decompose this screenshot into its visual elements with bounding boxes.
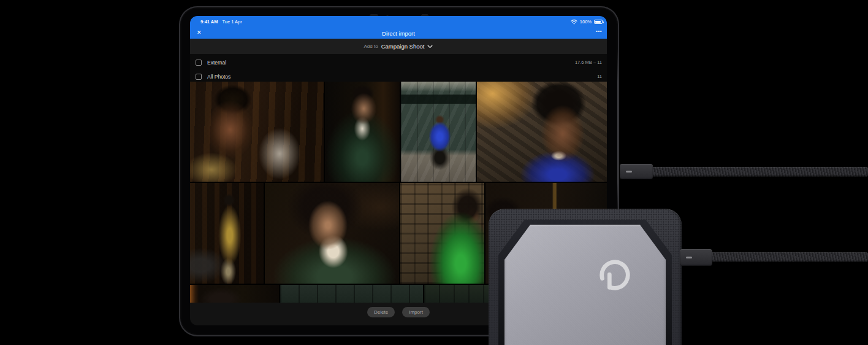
- source-meta: 11: [597, 74, 602, 79]
- drive-plate: [504, 225, 666, 345]
- chevron-down-icon[interactable]: [427, 45, 433, 48]
- all-photos-checkbox[interactable]: [196, 74, 202, 80]
- status-bar: 9:41 AM Tue 1 Apr 100%: [190, 16, 607, 28]
- photo-thumbnail-closeup-turtleneck[interactable]: [265, 183, 399, 284]
- add-to-label: Add to: [364, 44, 378, 49]
- source-row-external[interactable]: External 17.6 MB – 11: [190, 55, 607, 69]
- connector-logo: [626, 171, 632, 172]
- connector-logo: [686, 257, 692, 258]
- photo-thumbnail-partial-row3-1[interactable]: [190, 285, 279, 303]
- more-options-icon[interactable]: •••: [596, 28, 602, 34]
- source-meta: 17.6 MB – 11: [575, 60, 602, 65]
- photo-thumbnail-green-sweater-stone[interactable]: [400, 183, 484, 284]
- battery-percent: 100%: [580, 19, 592, 25]
- photo-thumbnail-blue-hoodie-garage[interactable]: [401, 82, 476, 182]
- import-button[interactable]: Import: [402, 307, 430, 317]
- status-time: 9:41 AM: [200, 19, 218, 25]
- page-title: Direct import: [190, 30, 607, 37]
- wifi-icon: [571, 19, 577, 25]
- photo-thumbnail-portrait-two-men-wood-room[interactable]: [190, 82, 324, 182]
- usb-cable-drive: [711, 252, 868, 262]
- external-checkbox[interactable]: [196, 60, 202, 66]
- status-date: Tue 1 Apr: [222, 19, 242, 25]
- photo-thumbnail-mustard-jacket-standing[interactable]: [190, 183, 264, 284]
- g-drive-logo-icon: [597, 257, 633, 293]
- source-label: External: [207, 60, 575, 66]
- photo-thumbnail-green-leather-coat[interactable]: [325, 82, 400, 182]
- scene: 9:41 AM Tue 1 Apr 100% ✕ Direct import: [0, 0, 868, 345]
- direct-import-header: ✕ Direct import •••: [190, 28, 607, 39]
- photo-thumbnail-profile-rock-wall[interactable]: [477, 82, 607, 182]
- add-to-bar: Add to Campaign Shoot: [190, 39, 607, 54]
- source-list: External 17.6 MB – 11 All Photos 11: [190, 54, 607, 82]
- source-label: All Photos: [207, 74, 597, 80]
- battery-icon: [594, 20, 603, 24]
- external-ssd-drive: [489, 209, 682, 345]
- album-selector[interactable]: Campaign Shoot: [381, 43, 425, 50]
- photo-thumbnail-partial-row3-2[interactable]: [280, 285, 423, 303]
- delete-button[interactable]: Delete: [367, 307, 395, 317]
- usb-c-connector-drive: [680, 249, 712, 266]
- usb-c-connector-ipad: [620, 164, 653, 179]
- usb-cable-top: [652, 167, 868, 177]
